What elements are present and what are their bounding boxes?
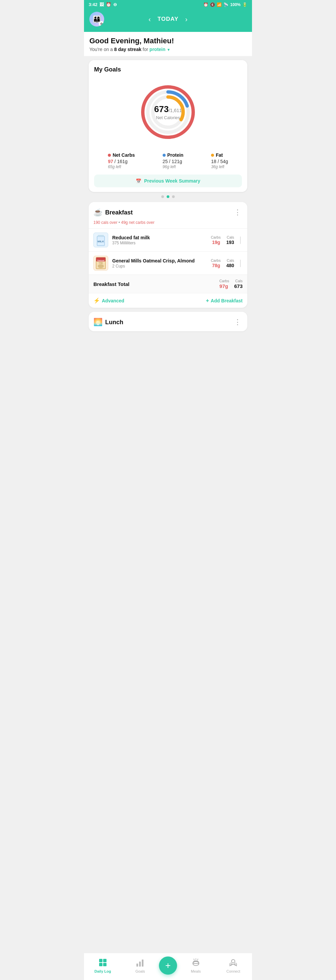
- breakfast-menu-button[interactable]: ⋮: [232, 207, 243, 218]
- macros-row: Net Carbs 97 / 161g 65g left Protein 25 …: [94, 153, 242, 169]
- lunch-section: 🌅 Lunch ⋮: [89, 312, 247, 331]
- breakfast-subtitle: 190 cals over • 49g net carbs over: [89, 220, 247, 228]
- breakfast-section: ☕ Breakfast ⋮ 190 cals over • 49g net ca…: [89, 202, 247, 308]
- oatmeal-carbs-label: Carbs: [211, 258, 221, 262]
- protein-left: 96g left: [163, 164, 184, 169]
- calories-current: 673: [154, 104, 169, 114]
- signal-icon: 📡: [224, 2, 229, 7]
- oatmeal-macros: Carbs Cals 78g 480: [211, 258, 234, 268]
- milk-carbs-label: Carbs: [211, 235, 221, 239]
- donut-center: 673/1,611 Net Calories: [154, 104, 182, 120]
- milk-carton-svg: MILK: [96, 234, 106, 247]
- breakfast-total-label: Breakfast Total: [93, 281, 130, 287]
- breakfast-total: Breakfast Total Carbs Cals 97g 673: [89, 275, 247, 293]
- milk-name: Reduced fat milk: [112, 235, 206, 241]
- carbs-dot: [108, 154, 111, 157]
- protein-name: Protein: [167, 153, 184, 158]
- streak-bold: 8 day streak: [114, 47, 141, 52]
- lunch-menu-button[interactable]: ⋮: [232, 317, 243, 328]
- milk-macros: Carbs Cals 19g 193: [211, 235, 234, 245]
- breakfast-carbs-over: 49g net carbs over: [121, 220, 154, 225]
- streak-nutrient-link[interactable]: protein: [149, 47, 165, 52]
- total-cals-header: Cals: [235, 279, 243, 283]
- streak-mid: for: [141, 47, 149, 52]
- breakfast-header: ☕ Breakfast ⋮: [89, 202, 247, 220]
- milk-thumbnail: MILK: [93, 232, 108, 247]
- oatmeal-carbs-value: 78g: [212, 263, 220, 268]
- battery-label: 100%: [230, 2, 241, 7]
- oatmeal-thumbnail: Oatmeal Crisp: [93, 256, 108, 270]
- calories-total: /1,611: [169, 108, 182, 113]
- svg-rect-4: [98, 235, 104, 237]
- milk-cals-label: Cals: [227, 235, 234, 239]
- oatmeal-box-svg: Oatmeal Crisp: [95, 257, 106, 269]
- fat-dot: [211, 154, 214, 157]
- milk-carbs-value: 19g: [212, 240, 220, 245]
- food-item-milk[interactable]: MILK Reduced fat milk 375 Milliliters Ca…: [89, 228, 247, 251]
- time-display: 3:42: [89, 2, 98, 7]
- carbs-name: Net Carbs: [112, 153, 135, 158]
- settings-gear-icon[interactable]: ⚙: [99, 21, 104, 27]
- oatmeal-cals-label: Cals: [227, 258, 234, 262]
- milk-amount: 375 Milliliters: [112, 241, 206, 245]
- donut-chart-area: 673/1,611 Net Calories: [94, 78, 242, 146]
- status-left: 3:42 🖼 ⏰ ⊖: [89, 2, 117, 7]
- protein-values: 25 / 121g: [163, 159, 184, 164]
- food-item-oatmeal[interactable]: Oatmeal Crisp General Mills Oatmeal Cris…: [89, 251, 247, 275]
- net-calories-label: Net Calories: [154, 115, 182, 120]
- macro-carbs: Net Carbs 97 / 161g 65g left: [108, 153, 135, 169]
- next-date-button[interactable]: ›: [185, 16, 187, 23]
- advanced-label: Advanced: [102, 298, 124, 304]
- goals-title: My Goals: [94, 66, 242, 73]
- svg-text:Crisp: Crisp: [99, 262, 103, 264]
- streak-text: You're on a 8 day streak for protein ▼: [90, 47, 246, 52]
- alarm-icon-right: ⏰: [203, 2, 208, 7]
- breakfast-actions: ⚡ Advanced + Add Breakfast: [89, 293, 247, 308]
- minus-circle-icon: ⊖: [113, 2, 117, 7]
- date-nav: ‹ TODAY ›: [149, 16, 187, 23]
- avatar[interactable]: 👨‍👩‍👦 ⚙: [90, 12, 104, 27]
- streak-dropdown-icon[interactable]: ▼: [166, 48, 170, 52]
- oatmeal-amount: 2 Cups: [112, 264, 206, 269]
- previous-week-button[interactable]: 📅 Previous Week Summary: [94, 175, 242, 187]
- wifi-icon: 📶: [217, 2, 222, 7]
- lunch-name: Lunch: [105, 319, 123, 326]
- protein-dot: [163, 154, 166, 157]
- advanced-button[interactable]: ⚡ Advanced: [93, 298, 124, 304]
- status-bar: 3:42 🖼 ⏰ ⊖ ⏰ 🔇 📶 📡 100% 🔋: [84, 0, 252, 9]
- breakfast-name: Breakfast: [105, 209, 133, 216]
- svg-text:Oatmeal: Oatmeal: [97, 259, 104, 261]
- carousel-dots: [84, 192, 252, 202]
- lightning-icon: ⚡: [93, 298, 100, 304]
- oatmeal-name: General Mills Oatmeal Crisp, Almond: [112, 258, 206, 264]
- previous-week-label: Previous Week Summary: [144, 178, 200, 184]
- add-breakfast-button[interactable]: + Add Breakfast: [206, 298, 243, 304]
- app-header: 👨‍👩‍👦 ⚙ ‹ TODAY ›: [84, 9, 252, 32]
- protein-current: 25: [163, 159, 168, 164]
- milk-cals-value: 193: [226, 240, 234, 245]
- carousel-dot-3[interactable]: [172, 195, 175, 198]
- lunch-icon: 🌅: [93, 318, 102, 326]
- prev-date-button[interactable]: ‹: [149, 16, 151, 23]
- greeting-text: Good Evening, Mathieu!: [90, 37, 246, 45]
- card-container: My Goals 673/1,611 Net Calories: [84, 56, 252, 338]
- svg-point-10: [98, 264, 104, 268]
- drag-handle-milk: │: [239, 237, 243, 243]
- carousel-dot-2[interactable]: [166, 195, 170, 198]
- photo-icon: 🖼: [99, 2, 104, 7]
- carousel-dot-1[interactable]: [161, 195, 164, 198]
- lunch-header: 🌅 Lunch ⋮: [89, 312, 247, 331]
- status-right: ⏰ 🔇 📶 📡 100% 🔋: [203, 2, 247, 7]
- date-title: TODAY: [158, 16, 179, 22]
- total-cals-value: 673: [234, 283, 243, 289]
- battery-icon: 🔋: [242, 2, 247, 7]
- macro-fat: Fat 18 / 54g 36g left: [211, 153, 228, 169]
- fat-name: Fat: [216, 153, 223, 158]
- fat-values: 18 / 54g: [211, 159, 228, 164]
- carbs-values: 97 / 161g: [108, 159, 135, 164]
- alarm-icon: ⏰: [106, 2, 111, 7]
- goals-card: My Goals 673/1,611 Net Calories: [89, 60, 247, 192]
- fat-current: 18: [211, 159, 216, 164]
- greeting-section: Good Evening, Mathieu! You're on a 8 day…: [84, 32, 252, 56]
- plus-icon: +: [206, 298, 209, 304]
